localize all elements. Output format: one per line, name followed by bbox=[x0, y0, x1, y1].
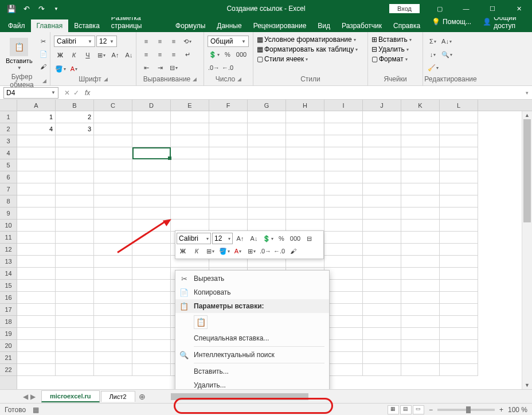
cell[interactable] bbox=[171, 159, 209, 171]
cell[interactable] bbox=[17, 244, 56, 256]
cell[interactable] bbox=[132, 352, 171, 364]
cell[interactable] bbox=[248, 208, 286, 220]
cell[interactable] bbox=[17, 304, 56, 316]
cell[interactable] bbox=[17, 280, 56, 292]
fill-color-button[interactable]: 🪣▾ bbox=[54, 63, 66, 75]
cell[interactable] bbox=[440, 340, 478, 352]
cell[interactable] bbox=[248, 159, 286, 171]
cell[interactable] bbox=[440, 256, 478, 268]
cell[interactable] bbox=[94, 316, 132, 328]
cell[interactable] bbox=[401, 268, 440, 280]
row-header[interactable]: 15 bbox=[0, 280, 17, 292]
decrease-decimal-icon[interactable]: ←.0 bbox=[221, 62, 234, 73]
cell[interactable] bbox=[324, 135, 363, 147]
align-center-icon[interactable]: ≡ bbox=[154, 49, 166, 60]
cell[interactable] bbox=[363, 268, 401, 280]
cell[interactable] bbox=[363, 292, 401, 304]
cell[interactable] bbox=[248, 111, 286, 123]
cell[interactable] bbox=[94, 352, 132, 364]
cell[interactable] bbox=[440, 195, 478, 208]
row-header[interactable]: 11 bbox=[0, 232, 17, 244]
cell[interactable] bbox=[171, 195, 209, 208]
cell[interactable] bbox=[17, 195, 56, 208]
mt-italic-button[interactable]: К bbox=[190, 245, 203, 257]
cell[interactable] bbox=[363, 135, 401, 147]
bold-button[interactable]: Ж bbox=[54, 49, 66, 61]
cell[interactable] bbox=[401, 292, 440, 304]
cell[interactable] bbox=[209, 123, 248, 135]
formula-bar[interactable] bbox=[95, 87, 522, 99]
macro-record-icon[interactable]: ▦ bbox=[33, 406, 39, 414]
cell[interactable] bbox=[209, 171, 248, 183]
cell[interactable] bbox=[209, 208, 248, 220]
cell[interactable] bbox=[401, 244, 440, 256]
tab-file[interactable]: Файл bbox=[2, 19, 31, 32]
cell[interactable] bbox=[56, 268, 94, 280]
ribbon-display-icon[interactable]: ▢ bbox=[427, 0, 453, 17]
cell[interactable] bbox=[94, 292, 132, 304]
cell[interactable] bbox=[324, 111, 363, 123]
cell[interactable] bbox=[209, 147, 248, 159]
row-header[interactable]: 6 bbox=[0, 171, 17, 183]
cell[interactable] bbox=[363, 256, 401, 268]
cell[interactable] bbox=[440, 208, 478, 220]
cell[interactable] bbox=[401, 232, 440, 244]
clear-icon[interactable]: 🧹▾ bbox=[427, 62, 439, 73]
cell[interactable] bbox=[56, 292, 94, 304]
cell[interactable] bbox=[363, 208, 401, 220]
cell[interactable] bbox=[363, 340, 401, 352]
cell[interactable] bbox=[363, 183, 401, 195]
cell[interactable] bbox=[56, 147, 94, 159]
cell[interactable] bbox=[132, 364, 171, 376]
cell[interactable] bbox=[132, 208, 171, 220]
cell[interactable] bbox=[440, 183, 478, 195]
cell[interactable] bbox=[324, 328, 363, 340]
row-header[interactable]: 8 bbox=[0, 195, 17, 208]
cell[interactable] bbox=[132, 147, 171, 159]
italic-button[interactable]: К bbox=[68, 49, 80, 61]
cell[interactable] bbox=[56, 304, 94, 316]
ctx-insert[interactable]: Вставить... bbox=[175, 365, 329, 378]
scroll-thumb[interactable] bbox=[523, 119, 531, 222]
cell[interactable] bbox=[363, 316, 401, 328]
cell[interactable] bbox=[363, 147, 401, 159]
cell[interactable] bbox=[363, 220, 401, 232]
cell[interactable] bbox=[401, 195, 440, 208]
cell[interactable] bbox=[248, 195, 286, 208]
cell[interactable] bbox=[440, 304, 478, 316]
cell[interactable] bbox=[248, 171, 286, 183]
cell[interactable] bbox=[324, 268, 363, 280]
cell[interactable] bbox=[363, 171, 401, 183]
cell[interactable] bbox=[363, 280, 401, 292]
cell[interactable]: 1 bbox=[17, 111, 56, 123]
cell[interactable] bbox=[94, 280, 132, 292]
row-header[interactable]: 7 bbox=[0, 183, 17, 195]
cell[interactable] bbox=[56, 195, 94, 208]
cell[interactable] bbox=[440, 147, 478, 159]
comma-icon[interactable]: 000 bbox=[235, 49, 248, 60]
cell[interactable] bbox=[94, 208, 132, 220]
cell[interactable] bbox=[324, 280, 363, 292]
col-header[interactable]: L bbox=[440, 100, 478, 111]
cell[interactable] bbox=[286, 111, 324, 123]
align-left-icon[interactable]: ≡ bbox=[140, 49, 152, 60]
mt-font-color-icon[interactable]: A▾ bbox=[232, 245, 244, 257]
cell[interactable] bbox=[286, 208, 324, 220]
cell[interactable] bbox=[17, 364, 56, 376]
cell[interactable]: 3 bbox=[56, 123, 94, 135]
row-header[interactable]: 10 bbox=[0, 220, 17, 232]
cell[interactable] bbox=[132, 220, 171, 232]
tab-developer[interactable]: Разработчик bbox=[336, 19, 388, 32]
cell[interactable] bbox=[94, 256, 132, 268]
mt-percent-icon[interactable]: % bbox=[275, 233, 288, 244]
cell[interactable] bbox=[132, 135, 171, 147]
increase-indent-icon[interactable]: ⇥ bbox=[154, 62, 166, 73]
col-header[interactable]: C bbox=[94, 100, 132, 111]
vertical-scrollbar[interactable]: ▲ ▼ bbox=[522, 111, 532, 389]
cell[interactable] bbox=[94, 340, 132, 352]
row-header[interactable]: 1 bbox=[0, 111, 17, 123]
autosum-icon[interactable]: Σ▾ bbox=[427, 36, 439, 47]
tab-formulas[interactable]: Формулы bbox=[170, 19, 211, 32]
cell[interactable] bbox=[94, 328, 132, 340]
cell[interactable] bbox=[56, 171, 94, 183]
